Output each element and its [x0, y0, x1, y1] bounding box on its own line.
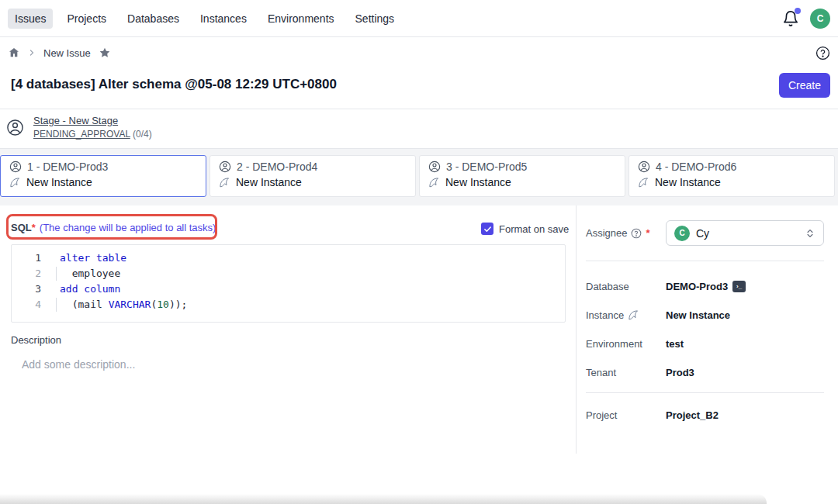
task-card-instance: New Instance: [428, 176, 616, 188]
stage-section: Stage - New Stage PENDING_APPROVAL (0/4): [6, 115, 152, 140]
editor-line: 2 employee: [12, 266, 565, 281]
assignee-required-asterisk: *: [646, 227, 649, 239]
task-label: 3 - DEMO-Prod5: [446, 161, 527, 173]
task-instance-label: New Instance: [236, 176, 302, 188]
new-issue-page: IssuesProjectsDatabasesInstancesEnvironm…: [0, 0, 838, 504]
format-on-save-row: Format on save: [481, 223, 569, 235]
chevron-right-icon: [27, 48, 36, 57]
code-text: (mail VARCHAR(10));: [47, 297, 187, 312]
code-text: add column: [47, 281, 120, 297]
indent-guide: [56, 298, 57, 312]
db-engine-icon: [9, 177, 21, 188]
stage-link[interactable]: Stage - New Stage: [33, 115, 152, 126]
star-icon[interactable]: [99, 47, 111, 59]
nav-item-environments[interactable]: Environments: [261, 9, 341, 29]
user-circle-icon: [428, 161, 441, 173]
editor-line: 3add column: [12, 281, 565, 297]
sql-hint: (The change will be applied to all tasks…: [40, 222, 216, 233]
project-row: Project Project_B2: [586, 406, 824, 423]
sql-label: SQL: [11, 222, 32, 233]
task-label: 1 - DEMO-Prod3: [27, 161, 108, 173]
format-on-save-checkbox[interactable]: [481, 223, 493, 235]
question-circle-icon[interactable]: [631, 228, 642, 239]
nav-items: IssuesProjectsDatabasesInstancesEnvironm…: [8, 9, 408, 29]
indent-guide: [56, 267, 57, 281]
user-circle-icon: [219, 161, 231, 173]
task-card-2[interactable]: 2 - DEMO-Prod4New Instance: [210, 155, 416, 197]
task-instance-label: New Instance: [26, 176, 92, 188]
required-asterisk: *: [32, 222, 36, 233]
project-label: Project: [586, 409, 666, 421]
sidebar-value-database: DEMO-Prod3›_: [666, 281, 746, 292]
sidebar-label-instance: Instance: [586, 309, 666, 321]
user-circle-icon: [638, 161, 650, 173]
sidebar-label-environment: Environment: [586, 338, 666, 350]
line-number: 2: [12, 266, 47, 281]
db-engine-icon: [638, 177, 649, 188]
task-label: 4 - DEMO-Prod6: [656, 161, 736, 173]
line-number: 4: [12, 297, 47, 312]
sidebar-row-database: DatabaseDEMO-Prod3›_: [586, 278, 824, 295]
task-card-instance: New Instance: [219, 176, 407, 188]
help-button[interactable]: [815, 46, 830, 60]
sidebar-label-tenant: Tenant: [586, 367, 666, 378]
sidebar-value-instance: New Instance: [666, 309, 730, 321]
project-value: Project_B2: [666, 409, 719, 421]
assignee-label: Assignee: [586, 227, 627, 239]
editor-line: 1alter table: [12, 250, 565, 266]
task-card-header: 4 - DEMO-Prod6: [638, 161, 826, 173]
line-number: 1: [12, 250, 47, 266]
nav-item-issues[interactable]: Issues: [8, 9, 53, 29]
task-card-header: 2 - DEMO-Prod4: [219, 161, 407, 173]
assignee-select[interactable]: C Cy: [666, 220, 824, 246]
format-on-save-label: Format on save: [499, 223, 569, 235]
page-title: [4 databases] Alter schema @05-08 12:29 …: [11, 77, 337, 92]
editor-line: 4 (mail VARCHAR(10));: [12, 297, 565, 312]
db-engine-icon: [219, 177, 230, 188]
create-button[interactable]: Create: [779, 73, 830, 98]
task-instance-label: New Instance: [655, 176, 721, 188]
sidebar-value-tenant: Prod3: [666, 367, 694, 378]
code-text: alter table: [47, 250, 126, 266]
stage-status-row: PENDING_APPROVAL (0/4): [33, 129, 152, 140]
code-text: employee: [47, 266, 120, 281]
sidebar-divider: [576, 205, 577, 454]
sidebar-row-environment: Environmenttest: [586, 335, 824, 352]
user-avatar[interactable]: C: [810, 9, 830, 29]
stage-status-link[interactable]: PENDING_APPROVAL: [33, 129, 130, 140]
task-card-4[interactable]: 4 - DEMO-Prod6New Instance: [628, 155, 835, 197]
db-engine-icon: [628, 309, 639, 321]
sql-label-row: SQL* (The change will be applied to all …: [11, 222, 216, 233]
notifications-button[interactable]: [782, 10, 799, 27]
divider: [586, 392, 824, 393]
sql-editor[interactable]: 1alter table2 employee3add column4 (mail…: [11, 244, 566, 323]
task-label: 2 - DEMO-Prod4: [237, 161, 317, 173]
assignee-avatar: C: [674, 226, 690, 241]
nav-item-databases[interactable]: Databases: [120, 9, 186, 29]
notification-dot: [795, 8, 801, 14]
task-card-header: 3 - DEMO-Prod5: [428, 161, 616, 173]
task-instance-label: New Instance: [445, 176, 511, 188]
sidebar-value-environment: test: [666, 338, 684, 350]
top-nav: IssuesProjectsDatabasesInstancesEnvironm…: [0, 0, 838, 37]
description-label: Description: [11, 334, 61, 346]
sql-editor-icon[interactable]: ›_: [732, 281, 746, 292]
nav-item-settings[interactable]: Settings: [348, 9, 402, 29]
task-card-instance: New Instance: [638, 176, 826, 188]
home-icon[interactable]: [8, 47, 20, 59]
task-card-1[interactable]: 1 - DEMO-Prod3New Instance: [0, 155, 206, 197]
divider: [586, 261, 824, 261]
sidebar-label-database: Database: [586, 281, 666, 292]
assignee-value: Cy: [696, 227, 798, 240]
sidebar-row-instance: InstanceNew Instance: [586, 306, 824, 323]
line-number: 3: [12, 281, 47, 297]
breadcrumb-current[interactable]: New Issue: [43, 47, 91, 59]
description-input[interactable]: Add some description...: [22, 358, 135, 371]
sidebar-row-tenant: TenantProd3: [586, 364, 824, 381]
nav-item-projects[interactable]: Projects: [60, 9, 113, 29]
task-card-3[interactable]: 3 - DEMO-Prod5New Instance: [419, 155, 625, 197]
nav-item-instances[interactable]: Instances: [193, 9, 254, 29]
task-cards-row: 1 - DEMO-Prod3New Instance2 - DEMO-Prod4…: [0, 149, 838, 205]
chevron-updown-icon: [805, 228, 815, 239]
top-nav-right: C: [782, 9, 830, 29]
